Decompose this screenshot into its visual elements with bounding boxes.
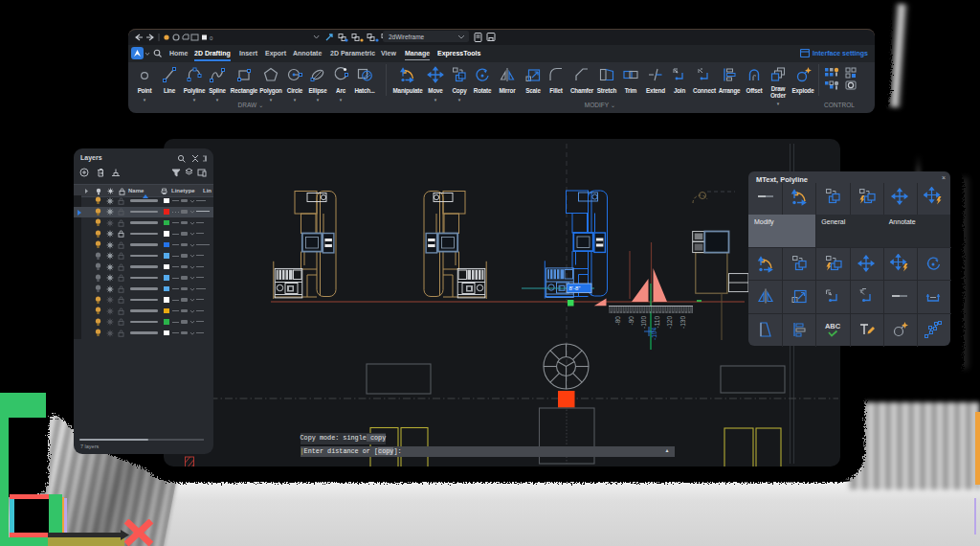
svg-text:-104: -104 (651, 328, 657, 340)
svg-text:ABC: ABC (825, 322, 841, 330)
svg-text:-120: -120 (666, 316, 673, 329)
svg-text:-80: -80 (614, 316, 621, 326)
svg-text:-90: -90 (628, 316, 635, 326)
svg-text:-110: -110 (654, 316, 660, 329)
svg-text:-100: -100 (640, 316, 647, 329)
svg-text:-130: -130 (679, 316, 686, 329)
svg-text:0: 0 (210, 35, 213, 41)
svg-text:8'-8": 8'-8" (569, 285, 581, 291)
